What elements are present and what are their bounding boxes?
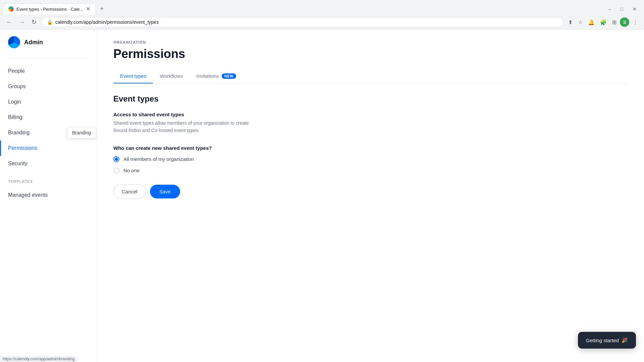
tab-close-button[interactable]: ✕ [86,6,90,12]
tab-favicon [8,6,14,12]
status-bar-url: https://calendly.com/app/admin/branding [3,357,75,361]
section-title: Event types [113,94,628,104]
logo-icon [8,36,20,48]
url-text: calendly.com/app/admin/permissions/event… [55,19,159,25]
access-card-title: Access to shared event types [113,112,628,117]
tab-label: Invitations [196,73,219,79]
browser-actions: ⬆ ☆ 🔔 🧩 ⊞ S ⋮ [566,17,640,27]
tab-bar: Event types - Permissions - Cale... ✕ + … [0,0,644,15]
cancel-button[interactable]: Cancel [113,184,146,199]
radio-group: All members of my organization No one [113,156,628,174]
templates-section-label: TEMPLATES [0,174,97,185]
button-group: Cancel Save [113,184,628,199]
page-title: Permissions [113,47,628,61]
lock-icon: 🔒 [47,19,53,25]
address-bar-row: ← → ↻ 🔒 calendly.com/app/admin/permissio… [0,15,644,29]
address-bar[interactable]: 🔒 calendly.com/app/admin/permissions/eve… [41,17,564,27]
sidebar-item-people[interactable]: People [0,63,97,79]
new-tab-button[interactable]: + [97,3,106,15]
main-content: ORGANIZATION Permissions Event types Wor… [97,29,644,362]
sidebar-nav: People Groups Login Billing Branding Bra… [0,61,97,174]
tab-label: Event types [120,73,146,79]
tab-event-types[interactable]: Event types [113,69,153,83]
tab-label: Workflows [160,73,183,79]
save-button[interactable]: Save [150,185,180,198]
radio-option-all-members[interactable]: All members of my organization [113,156,628,162]
refresh-button[interactable]: ↻ [30,17,39,27]
sidebar-item-label: Branding [8,130,30,136]
status-bar: https://calendly.com/app/admin/branding [0,356,77,362]
sidebar-admin-label: Admin [24,39,43,46]
sidebar-logo: Admin [0,36,97,55]
sidebar-divider [8,58,89,58]
sidebar-templates-nav: Managed events [0,185,97,205]
sidebar-item-login[interactable]: Login [0,94,97,110]
new-badge: NEW [222,73,236,79]
sidebar-item-label: Login [8,99,21,105]
sidebar-item-branding[interactable]: Branding Branding [0,125,97,140]
sidebar: Admin People Groups Login Billing Brandi… [0,29,97,362]
sidebar-item-label: People [8,68,25,74]
bookmark-button[interactable]: ☆ [576,18,585,27]
app-layout: Admin People Groups Login Billing Brandi… [0,29,644,362]
radio-option-no-one[interactable]: No one [113,168,628,174]
window-controls: – □ ✕ [604,4,641,14]
access-card: Access to shared event types Shared even… [113,112,628,134]
browser-chrome: Event types - Permissions - Cale... ✕ + … [0,0,644,29]
access-desc-line2: Round Robin and Co-hosted event types. [113,128,200,133]
sidebar-toggle-button[interactable]: ⊞ [610,18,619,27]
radio-input-no-one[interactable] [113,168,119,174]
sidebar-item-security[interactable]: Security [0,156,97,171]
sidebar-item-billing[interactable]: Billing [0,110,97,125]
sidebar-item-groups[interactable]: Groups [0,79,97,94]
notification-button[interactable]: 🔔 [586,18,597,27]
active-tab[interactable]: Event types - Permissions - Cale... ✕ [3,3,96,14]
radio-label-no-one: No one [123,168,140,173]
share-button[interactable]: ⬆ [566,18,575,27]
radio-label-all-members: All members of my organization [123,156,194,162]
extensions-button[interactable]: 🧩 [598,18,609,27]
back-button[interactable]: ← [4,17,14,27]
sidebar-item-label: Managed events [8,192,48,198]
sidebar-item-label: Billing [8,114,22,120]
sidebar-item-managed-events[interactable]: Managed events [0,187,97,203]
profile-button[interactable]: S [620,17,629,27]
access-card-desc: Shared event types allow members of your… [113,119,628,134]
tab-invitations[interactable]: Invitations NEW [190,69,243,83]
toast-emoji: 🎉 [622,337,628,343]
tabs-row: Event types Workflows Invitations NEW [113,69,628,83]
sidebar-item-label: Security [8,161,28,167]
maximize-button[interactable]: □ [616,4,628,14]
radio-input-all-members[interactable] [113,156,119,162]
sidebar-item-label: Permissions [8,145,37,151]
close-window-button[interactable]: ✕ [628,4,641,14]
radio-question: Who can create new shared event types? [113,145,628,151]
menu-button[interactable]: ⋮ [631,18,640,27]
forward-button[interactable]: → [17,17,27,27]
toast-label: Getting started [586,338,619,343]
access-desc-line1: Shared event types allow members of your… [113,120,249,126]
getting-started-toast[interactable]: Getting started 🎉 [578,332,636,349]
sidebar-item-label: Groups [8,83,25,89]
minimize-button[interactable]: – [604,4,616,14]
branding-tooltip: Branding [67,127,96,138]
sidebar-item-permissions[interactable]: Permissions [0,140,97,156]
tab-workflows[interactable]: Workflows [153,69,190,83]
tab-title: Event types - Permissions - Cale... [16,7,83,12]
org-label: ORGANIZATION [113,40,628,44]
